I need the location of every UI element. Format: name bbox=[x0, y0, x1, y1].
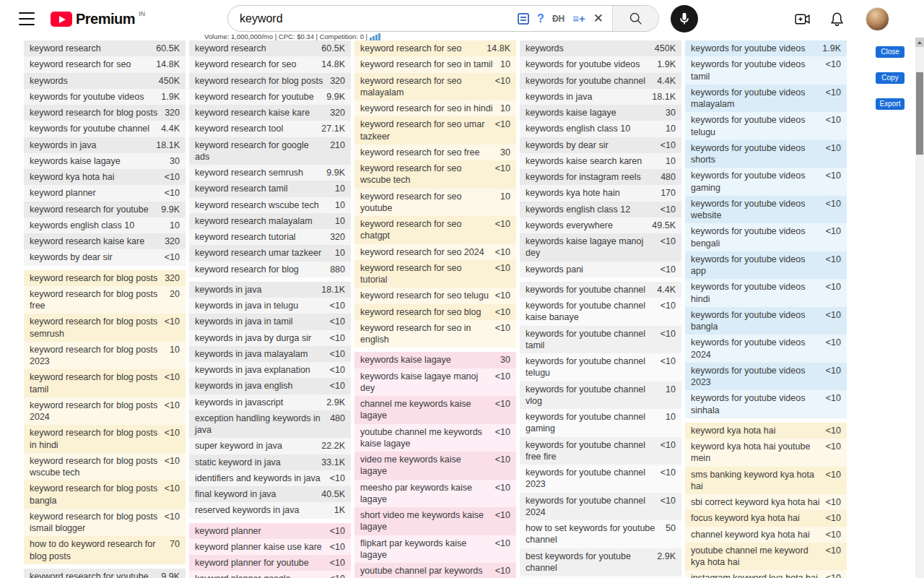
keyword-row[interactable]: keywords for youtube channel4.4K bbox=[520, 73, 681, 89]
keyword-row[interactable]: youtube channel par keywords kaise lagay… bbox=[354, 563, 516, 578]
keyword-row[interactable]: keyword research for youtube9.9K bbox=[189, 89, 351, 105]
keyword-row[interactable]: keywords kaise lagaye30 bbox=[24, 153, 186, 169]
keyword-row[interactable]: keywords for youtube channel 2024<10 bbox=[520, 493, 681, 521]
keyword-row[interactable]: keywords for youtube videos website<10 bbox=[685, 196, 847, 224]
hamburger-menu-button[interactable] bbox=[19, 12, 35, 25]
keyword-row[interactable]: exception handling keywords in java480 bbox=[189, 410, 351, 439]
keyword-row[interactable]: keywords for youtube videos gaming<10 bbox=[685, 168, 847, 196]
keyword-row[interactable]: keyword research for blog posts320 bbox=[189, 73, 351, 89]
create-video-button[interactable] bbox=[793, 10, 811, 29]
search-input[interactable] bbox=[228, 6, 518, 31]
keyword-row[interactable]: keywords in java malayalam<10 bbox=[189, 346, 351, 362]
keyword-row[interactable]: keyword research for blog posts tamil<10 bbox=[24, 369, 186, 397]
keyword-row[interactable]: keywords450K bbox=[24, 73, 186, 89]
keyword-row[interactable]: keywords in java by durga sir<10 bbox=[189, 330, 351, 346]
keyword-row[interactable]: keyword planner<10 bbox=[189, 523, 351, 539]
keyword-row[interactable]: keywords kaise search karen10 bbox=[520, 153, 681, 169]
notifications-button[interactable] bbox=[827, 10, 846, 29]
avatar[interactable] bbox=[866, 7, 889, 31]
keyword-row[interactable]: keywords english class 1010 bbox=[24, 217, 186, 233]
keyword-row[interactable]: how to set keywords for youtube channel5… bbox=[520, 520, 681, 548]
keyword-row[interactable]: keyword research for seo chatgpt<10 bbox=[354, 216, 516, 244]
keyword-row[interactable]: keyword research for blog posts semrush<… bbox=[24, 314, 186, 342]
keyword-row[interactable]: keywords for youtube channel4.4K bbox=[24, 121, 186, 137]
mic-button[interactable] bbox=[671, 5, 698, 33]
keyword-row[interactable]: keywords for instagram reels480 bbox=[520, 169, 681, 185]
keyword-row[interactable]: keywords for youtube videos 2023<10 bbox=[685, 363, 847, 391]
keyword-row[interactable]: keywords kaise lagaye manoj dey<10 bbox=[354, 368, 516, 397]
keyword-row[interactable]: keywords for youtube channel vlog10 bbox=[520, 381, 681, 410]
keyword-row[interactable]: keyword research for seo14.8K bbox=[354, 40, 516, 56]
keyword-row[interactable]: keyword research for blog posts ismail b… bbox=[24, 509, 186, 537]
help-icon[interactable]: ? bbox=[537, 12, 544, 25]
keyword-row[interactable]: sms banking keyword kya hota hai<10 bbox=[685, 467, 847, 495]
keyword-row[interactable]: keyword research tutorial320 bbox=[189, 229, 351, 245]
keyword-row[interactable]: keywords for youtube channel gaming10 bbox=[520, 409, 681, 437]
keyword-row[interactable]: keywords for youtube videos tamil<10 bbox=[685, 56, 847, 85]
keyword-row[interactable]: keywords for youtube videos app<10 bbox=[685, 251, 847, 280]
keyword-row[interactable]: keyword planner kaise use kare<10 bbox=[189, 539, 351, 555]
search-button[interactable] bbox=[612, 6, 658, 31]
clear-search-icon[interactable]: ✕ bbox=[593, 11, 603, 26]
keyword-row[interactable]: keyword research for seo telugu<10 bbox=[354, 288, 516, 303]
keyword-row[interactable]: keyword research60.5K bbox=[24, 40, 186, 56]
keyword-row[interactable]: keyword research for seo umar tazkeer<10 bbox=[354, 116, 516, 144]
keyword-row[interactable]: keywords for youtube channel 2023<10 bbox=[520, 465, 681, 493]
keyword-row[interactable]: channel keyword kya hota hai<10 bbox=[685, 527, 847, 543]
keyword-row[interactable]: keywords everywhere49.5K bbox=[520, 217, 681, 233]
keyword-row[interactable]: keyword research tamil10 bbox=[189, 181, 351, 197]
keyword-row[interactable]: keywords in java explanation<10 bbox=[189, 362, 351, 378]
keyword-row[interactable]: keyword research60.5K bbox=[189, 40, 351, 56]
keyword-row[interactable]: reserved keywords in java1K bbox=[189, 502, 351, 518]
keyword-row[interactable]: keywords for youtube channel kaise banay… bbox=[520, 298, 681, 326]
scrollbar-thumb[interactable] bbox=[916, 72, 923, 155]
keyword-row[interactable]: identifiers and keywords in java<10 bbox=[189, 470, 351, 486]
keyword-row[interactable]: keyword research for blog880 bbox=[189, 262, 351, 277]
keyword-row[interactable]: keyword research wscube tech10 bbox=[189, 197, 351, 213]
keyword-row[interactable]: keywords in java english<10 bbox=[189, 378, 351, 394]
keyword-row[interactable]: final keyword in java40.5K bbox=[189, 486, 351, 502]
keyword-row[interactable]: keyword research for blog posts 2024<10 bbox=[24, 397, 186, 426]
keyword-row[interactable]: keyword research for blog posts wscube t… bbox=[24, 453, 186, 481]
keyword-row[interactable]: super keyword in java22.2K bbox=[189, 438, 351, 454]
keyword-row[interactable]: keywords kaise lagaye30 bbox=[354, 352, 516, 368]
keyword-row[interactable]: keywords by dear sir<10 bbox=[24, 249, 186, 265]
keyword-row[interactable]: keywords pani<10 bbox=[520, 262, 681, 277]
keyword-row[interactable]: keyword research for seo free30 bbox=[354, 144, 516, 160]
keyword-row[interactable]: focus keyword kya hota hai<10 bbox=[685, 510, 847, 526]
keyword-row[interactable]: keywords for youtube videos1.9K bbox=[520, 56, 681, 72]
keyword-row[interactable]: video me keywords kaise lagaye<10 bbox=[354, 452, 516, 480]
keyword-row[interactable]: keyword research for seo blog<10 bbox=[354, 304, 516, 320]
keyword-row[interactable]: keywords kya hote hain170 bbox=[520, 185, 681, 201]
keyword-row[interactable]: keyword planner for youtube<10 bbox=[189, 555, 351, 571]
keyword-row[interactable]: keyword research for seo 2024<10 bbox=[354, 244, 516, 260]
keyword-row[interactable]: keyword research semrush9.9K bbox=[189, 165, 351, 181]
keyword-row[interactable]: youtube channel me keyword kya hota hai<… bbox=[685, 543, 847, 571]
keyword-row[interactable]: keywords by dear sir<10 bbox=[520, 137, 681, 153]
keyword-row[interactable]: keyword research for seo tutorial<10 bbox=[354, 260, 516, 288]
keyword-row[interactable]: keyword research for seo malayalam<10 bbox=[354, 73, 516, 101]
keyword-row[interactable]: keywords in java in telugu<10 bbox=[189, 298, 351, 314]
keyword-row[interactable]: keyword planner google<10 bbox=[189, 571, 351, 578]
keyword-row[interactable]: keywords for youtube videos hindi<10 bbox=[685, 279, 847, 307]
keyword-row[interactable]: keyword research malayalam10 bbox=[189, 213, 351, 229]
keyword-row[interactable]: keywords for youtube videos telugu<10 bbox=[685, 112, 847, 140]
keyword-row[interactable]: keywords for youtube videos 2024<10 bbox=[685, 335, 847, 363]
keyword-row[interactable]: keywords kaise lagaye manoj dey<10 bbox=[520, 233, 681, 262]
keyword-row[interactable]: static keyword in java33.1K bbox=[189, 454, 351, 470]
keyword-row[interactable]: keywords in java18.1K bbox=[520, 89, 681, 105]
keyword-row[interactable]: keyword research kaise kare320 bbox=[189, 105, 351, 121]
keyword-row[interactable]: keyword research for blog posts 202310 bbox=[24, 342, 186, 370]
keyword-row[interactable]: channel me keywords kaise lagaye<10 bbox=[354, 396, 516, 424]
keyword-row[interactable]: keywords for youtube channel free fire<1… bbox=[520, 437, 681, 465]
keyword-row[interactable]: keywords in java18.1K bbox=[24, 137, 186, 153]
keyword-row[interactable]: keywords450K bbox=[520, 40, 681, 56]
keyword-row[interactable]: keywords english class 12<10 bbox=[520, 202, 681, 217]
keyword-row[interactable]: keywords for youtube videos shorts<10 bbox=[685, 140, 847, 168]
scrollbar[interactable] bbox=[915, 38, 924, 578]
keyword-row[interactable]: keyword planner<10 bbox=[24, 185, 186, 201]
keyword-row[interactable]: keywords for youtube videos1.9K bbox=[685, 40, 847, 56]
keyword-row[interactable]: keyword research for youtube9.9K bbox=[24, 569, 186, 578]
keyword-row[interactable]: keyword research tool27.1K bbox=[189, 121, 351, 137]
keyword-row[interactable]: keywords in java in tamil<10 bbox=[189, 314, 351, 329]
